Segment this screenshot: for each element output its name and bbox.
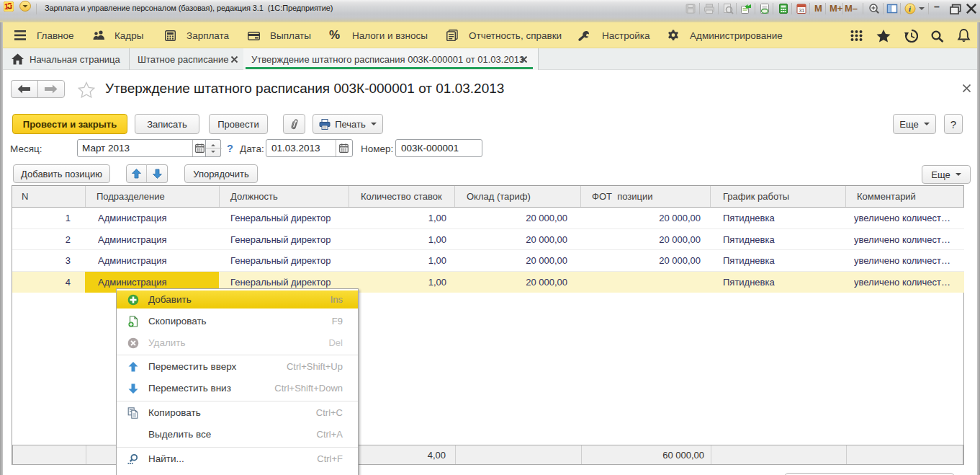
- svg-text:31: 31: [799, 7, 804, 14]
